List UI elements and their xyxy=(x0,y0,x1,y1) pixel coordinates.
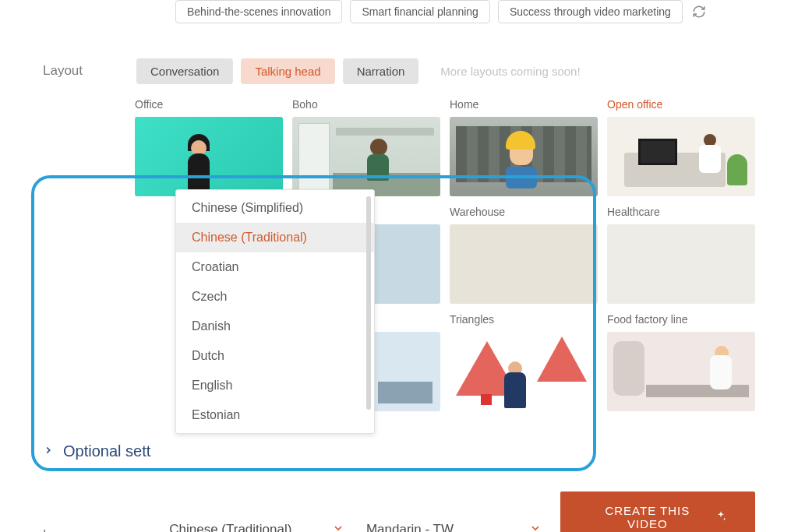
create-video-button[interactable]: CREATE THIS VIDEO xyxy=(560,491,755,532)
scene-thumb[interactable] xyxy=(607,117,755,196)
language-option[interactable]: Chinese (Simplified) xyxy=(176,193,374,223)
scene-thumb[interactable] xyxy=(607,224,755,304)
scene-healthcare[interactable]: Healthcare xyxy=(607,206,755,304)
suggestion-chips: Behind-the-scenes innovation Smart finan… xyxy=(175,0,755,23)
scene-label: Office xyxy=(135,98,283,111)
scene-food-factory[interactable]: Food factory line xyxy=(607,313,755,411)
language-option[interactable]: Croatian xyxy=(176,252,374,282)
scene-thumb[interactable] xyxy=(450,332,598,411)
layout-tabs: Conversation Talking head Narration More… xyxy=(136,58,755,84)
scene-warehouse[interactable]: Warehouse xyxy=(450,206,598,304)
scene-label: Triangles xyxy=(450,313,598,326)
voice-select[interactable]: Mandarin - TW xyxy=(363,517,545,532)
refresh-icon[interactable] xyxy=(690,3,708,20)
chip[interactable]: Success through video marketing xyxy=(498,0,683,23)
language-select[interactable]: Chinese (Traditional) xyxy=(166,517,348,532)
scene-thumb[interactable] xyxy=(607,332,755,411)
optional-settings-toggle[interactable]: Optional sett xyxy=(43,442,755,460)
voice-select-value[interactable]: Mandarin - TW xyxy=(363,517,545,532)
scene-thumb[interactable] xyxy=(292,117,440,196)
language-row: Language Chinese (Traditional) Mandarin … xyxy=(43,491,755,532)
tab-talking-head[interactable]: Talking head xyxy=(241,58,334,84)
chevron-right-icon xyxy=(43,443,54,460)
scene-home[interactable]: Home xyxy=(450,98,598,196)
scene-label: Healthcare xyxy=(607,206,755,218)
scene-label: Home xyxy=(450,98,598,111)
scene-office[interactable]: Office xyxy=(135,98,283,196)
scene-label: Open office xyxy=(607,98,755,111)
scene-thumb[interactable] xyxy=(450,117,598,196)
scene-thumb[interactable] xyxy=(135,117,283,196)
scene-label: Warehouse xyxy=(450,206,598,218)
tab-conversation[interactable]: Conversation xyxy=(136,58,233,84)
scene-label: Food factory line xyxy=(607,313,755,326)
scene-triangles[interactable]: Triangles xyxy=(450,313,598,411)
scene-label: Boho xyxy=(292,98,440,111)
language-option[interactable]: Dutch xyxy=(176,341,374,371)
language-option[interactable]: Czech xyxy=(176,282,374,312)
tab-more-coming: More layouts coming soon! xyxy=(426,58,594,84)
tab-narration[interactable]: Narration xyxy=(343,58,419,84)
language-option[interactable]: Danish xyxy=(176,312,374,341)
section-label-layout: Layout xyxy=(43,58,136,411)
language-option[interactable]: Estonian xyxy=(176,400,374,430)
layout-section: Layout Conversation Talking head Narrati… xyxy=(43,58,755,411)
scene-thumb[interactable] xyxy=(450,224,598,304)
scene-open-office[interactable]: Open office xyxy=(607,98,755,196)
chip[interactable]: Smart financial planning xyxy=(350,0,489,23)
scene-boho[interactable]: Boho xyxy=(292,98,440,196)
chip[interactable]: Behind-the-scenes innovation xyxy=(175,0,342,23)
optional-settings-label: Optional sett xyxy=(63,442,150,460)
section-label-language: Language xyxy=(43,527,166,532)
sparkle-icon xyxy=(715,510,727,525)
language-option[interactable]: Chinese (Traditional) xyxy=(176,223,374,252)
language-dropdown[interactable]: Chinese (Simplified) Chinese (Traditiona… xyxy=(175,189,375,434)
language-option[interactable]: English xyxy=(176,371,374,400)
language-select-value[interactable]: Chinese (Traditional) xyxy=(166,517,348,532)
cta-label: CREATE THIS VIDEO xyxy=(588,504,707,530)
